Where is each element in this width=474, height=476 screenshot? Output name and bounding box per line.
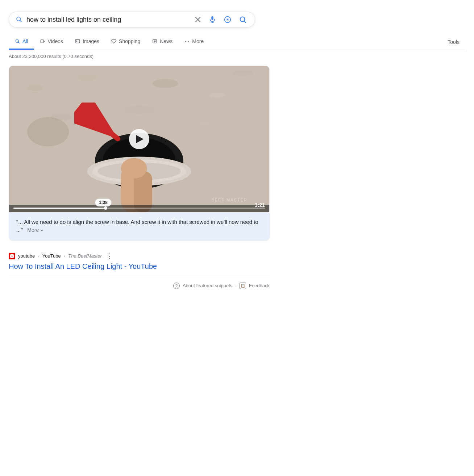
news-icon [152, 38, 158, 44]
result-title-link[interactable]: How To Install An LED Ceiling Light - Yo… [9, 262, 270, 271]
featured-snippet-card: BEEF MASTER 1:38 3:21 "... All we need t… [9, 66, 270, 241]
feedback-icon[interactable]: 📋 [240, 283, 246, 289]
svg-point-42 [121, 158, 147, 179]
svg-point-33 [191, 121, 217, 127]
chevron-down-icon [40, 228, 44, 233]
transcript-more-button[interactable]: More [27, 226, 44, 234]
svg-rect-4 [211, 16, 213, 20]
svg-point-34 [27, 117, 69, 146]
video-duration: 3:21 [255, 202, 265, 208]
tab-news[interactable]: News [146, 34, 178, 50]
search-bar-icon [16, 16, 22, 24]
all-icon [14, 38, 20, 44]
play-triangle-icon [136, 135, 144, 143]
time-tooltip: 1:38 [95, 199, 112, 206]
result-item: youtube · YouTube · The BeefMaster ⋮ How… [9, 247, 270, 275]
youtube-favicon [9, 253, 15, 259]
watermark: BEEF MASTER [211, 198, 248, 202]
video-player[interactable]: BEEF MASTER 1:38 3:21 [9, 66, 269, 212]
result-divider [9, 278, 270, 278]
transcript-text: "... All we need to do is align the scre… [16, 219, 258, 233]
result-source-row: youtube · YouTube · The BeefMaster ⋮ [9, 252, 270, 260]
play-button[interactable] [129, 129, 149, 149]
footer-bullet: · [235, 283, 237, 288]
source-channel: The BeefMaster [68, 253, 102, 259]
svg-point-27 [77, 75, 97, 80]
results-count: About 23,200,000 results (0.70 seconds) [9, 54, 465, 59]
tab-all[interactable]: All [9, 34, 34, 50]
search-input[interactable]: how to install led lights on ceiling [26, 16, 189, 24]
tab-images-label: Images [83, 38, 99, 44]
tab-more-label: More [192, 38, 204, 44]
transcript-snippet: "... All we need to do is align the scre… [9, 212, 269, 240]
video-icon [40, 38, 46, 44]
result-options-button[interactable]: ⋮ [106, 252, 113, 260]
source-site: youtube [18, 253, 35, 259]
svg-point-29 [209, 92, 225, 98]
svg-point-30 [233, 70, 253, 76]
tools-button[interactable]: Tools [442, 35, 465, 49]
svg-marker-15 [43, 40, 45, 42]
source-sep2: · [64, 253, 65, 259]
nav-tabs: All Videos Images Shopping [9, 34, 465, 50]
lens-button[interactable] [222, 16, 233, 24]
about-snippets-link[interactable]: About featured snippets [183, 283, 232, 288]
tab-videos[interactable]: Videos [34, 34, 69, 50]
svg-line-1 [20, 20, 21, 21]
svg-point-26 [27, 85, 43, 91]
tab-images[interactable]: Images [69, 34, 105, 50]
svg-line-11 [244, 21, 246, 22]
footer-row: ? About featured snippets · 📋 Feedback [9, 283, 270, 289]
feedback-link[interactable]: Feedback [249, 283, 270, 288]
video-thumbnail: BEEF MASTER [9, 66, 269, 212]
image-icon [75, 38, 80, 44]
tab-videos-label: Videos [48, 38, 63, 44]
tab-shopping[interactable]: Shopping [105, 34, 146, 50]
svg-point-28 [152, 79, 178, 88]
source-sep1: · [38, 253, 39, 259]
progress-thumb [104, 206, 107, 210]
source-platform: YouTube [42, 253, 61, 259]
tab-all-label: All [22, 38, 28, 44]
about-snippets-icon[interactable]: ? [173, 283, 180, 289]
progress-fill [13, 208, 104, 209]
red-arrow [74, 103, 132, 150]
shopping-icon [111, 38, 117, 44]
svg-point-24 [188, 41, 189, 42]
tab-more[interactable]: More [178, 34, 209, 50]
video-progress-area[interactable]: 1:38 3:21 [9, 205, 269, 212]
search-bar: how to install led lights on ceiling [9, 12, 255, 28]
more-dots-icon [184, 38, 190, 44]
svg-line-13 [18, 42, 20, 43]
search-submit-button[interactable] [237, 16, 248, 24]
tab-shopping-label: Shopping [119, 38, 140, 44]
clear-button[interactable] [193, 16, 203, 23]
svg-line-44 [82, 110, 118, 139]
svg-rect-14 [41, 40, 43, 43]
tab-news-label: News [160, 38, 172, 44]
svg-point-9 [227, 19, 228, 20]
progress-track[interactable] [13, 208, 265, 209]
svg-point-23 [187, 41, 187, 42]
mic-button[interactable] [207, 16, 218, 24]
svg-point-22 [185, 41, 186, 42]
